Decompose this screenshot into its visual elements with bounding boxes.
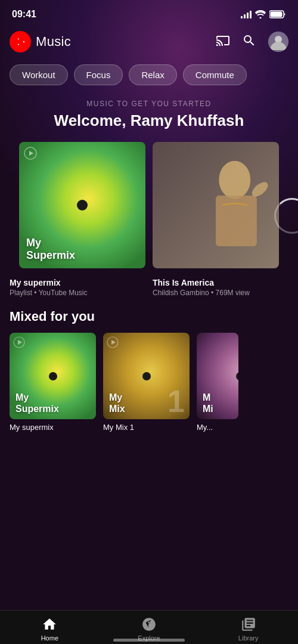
mix-card-1-thumb: MyMix 1 <box>103 333 190 419</box>
status-bar: 09:41 <box>0 0 298 26</box>
mix-card-partial[interactable]: MMi My... <box>197 333 238 432</box>
nav-explore[interactable]: Explore <box>125 617 173 642</box>
yt-music-logo <box>10 31 31 52</box>
battery-icon <box>269 10 286 18</box>
svg-point-4 <box>17 39 23 45</box>
supermix-card[interactable]: MySupermix <box>19 142 145 268</box>
mix-partial-title: My... <box>197 423 238 432</box>
welcome-title: Welcome, Ramy Khuffash <box>10 112 288 130</box>
app-title: Music <box>36 34 71 49</box>
nav-library-label: Library <box>238 634 259 642</box>
logo-area: Music <box>10 31 71 52</box>
svg-marker-8 <box>29 151 33 156</box>
status-icons <box>241 10 286 18</box>
mix-1-play-icon <box>107 336 119 348</box>
mix-supermix-play-icon <box>13 336 25 348</box>
app-header: Music <box>0 26 298 60</box>
nav-home[interactable]: Home <box>26 617 73 642</box>
featured-cards-row: MySupermix <box>10 142 288 273</box>
explore-icon <box>141 617 157 632</box>
mix-1-title: My Mix 1 <box>103 423 190 432</box>
america-title: This Is America <box>153 278 288 287</box>
mix-supermix-title: My supermix <box>10 423 96 432</box>
supermix-card-label: MySupermix <box>26 237 75 262</box>
chip-workout[interactable]: Workout <box>10 64 68 85</box>
supermix-sub: Playlist • YouTube Music <box>10 289 145 297</box>
america-sub: Childish Gambino • 769M view <box>153 289 288 297</box>
genre-chips: Workout Focus Relax Commute <box>0 60 298 95</box>
svg-point-11 <box>219 161 250 199</box>
mix-card-partial-thumb: MMi <box>197 333 238 419</box>
svg-marker-15 <box>18 340 22 345</box>
mix-supermix-label: MySupermix <box>15 392 59 414</box>
supermix-title: My supermix <box>10 278 145 287</box>
user-avatar[interactable] <box>268 32 288 52</box>
chip-focus[interactable]: Focus <box>74 64 123 85</box>
mixed-cards-scroll[interactable]: MySupermix My supermix MyMix 1 M <box>10 333 288 436</box>
home-indicator <box>113 639 185 642</box>
svg-marker-17 <box>111 340 116 345</box>
supermix-card-info: My supermix Playlist • YouTube Music <box>10 278 145 297</box>
mixed-for-you-section: Mixed for you MySupermix My supermix <box>0 299 298 441</box>
america-card-info: This Is America Childish Gambino • 769M … <box>153 278 288 297</box>
mix-card-1[interactable]: MyMix 1 My Mix 1 <box>103 333 190 432</box>
mix-card-supermix[interactable]: MySupermix My supermix <box>10 333 96 432</box>
mix-1-number: 1 <box>167 386 185 417</box>
welcome-section: MUSIC TO GET YOU STARTED Welcome, Ramy K… <box>0 95 298 142</box>
supermix-play-icon <box>24 147 37 160</box>
home-icon <box>42 617 57 632</box>
header-actions <box>216 32 288 52</box>
nav-home-label: Home <box>41 634 58 642</box>
mix-card-supermix-thumb: MySupermix <box>10 333 96 419</box>
library-icon <box>241 617 256 632</box>
mix-1-label: MyMix <box>109 392 125 414</box>
wifi-icon <box>255 10 266 18</box>
this-is-america-card[interactable] <box>153 142 279 268</box>
signal-icon <box>241 10 252 18</box>
svg-rect-1 <box>271 12 283 17</box>
welcome-subtitle: MUSIC TO GET YOU STARTED <box>10 100 288 108</box>
status-time: 09:41 <box>12 9 36 20</box>
cast-button[interactable] <box>216 33 230 51</box>
search-button[interactable] <box>242 33 256 51</box>
mixed-section-title: Mixed for you <box>10 309 288 324</box>
chip-commute[interactable]: Commute <box>183 64 247 85</box>
america-figure <box>153 142 279 268</box>
chip-relax[interactable]: Relax <box>129 64 176 85</box>
mix-partial-label: MMi <box>203 392 213 414</box>
nav-library[interactable]: Library <box>225 617 272 642</box>
